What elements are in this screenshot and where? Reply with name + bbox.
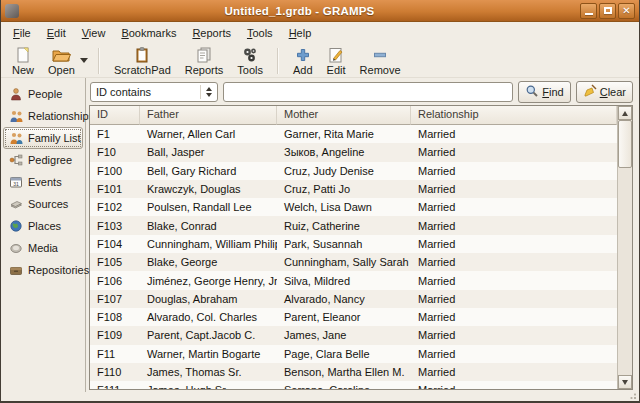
table-row[interactable]: F102 Poulsen, Randall Lee Welch, Lisa Da… — [90, 198, 617, 216]
table-row[interactable]: F105 Blake, George Cunningham, Sally Sar… — [90, 253, 617, 271]
cell-mother: Benson, Martha Ellen M. — [277, 366, 411, 378]
column-header-id[interactable]: ID — [90, 106, 140, 125]
broom-icon — [583, 84, 597, 100]
add-button[interactable]: Add — [286, 45, 320, 77]
cell-mother: James, Jane — [277, 329, 411, 341]
filter-search-input[interactable] — [223, 82, 513, 102]
pedigree-tree-icon — [9, 153, 24, 167]
table-row[interactable]: F104 Cunningham, William Philip Park, Su… — [90, 235, 617, 253]
scrollbar-trough[interactable] — [618, 168, 632, 375]
sidebar-item-pedigree[interactable]: Pedigree — [3, 149, 83, 171]
open-folder-icon — [51, 46, 71, 64]
column-header-relationship[interactable]: Relationship — [411, 106, 617, 125]
column-header-mother[interactable]: Mother — [277, 106, 411, 125]
cell-relationship: Married — [411, 293, 617, 305]
sidebar-item-label: Repositories — [28, 264, 89, 276]
tools-button[interactable]: Tools — [230, 45, 270, 77]
cell-id: F109 — [90, 329, 140, 341]
scrollbar-thumb[interactable] — [618, 120, 632, 168]
menu-bookmarks[interactable]: Bookmarks — [113, 24, 184, 42]
reports-button[interactable]: Reports — [178, 45, 231, 77]
archive-box-icon — [9, 263, 24, 277]
cell-id: F105 — [90, 256, 140, 268]
menu-reports[interactable]: Reports — [184, 24, 239, 42]
sidebar-item-relationships[interactable]: Relationships — [3, 105, 83, 127]
table-row[interactable]: F10 Ball, Jasper Зыков, Angeline Married — [90, 143, 617, 161]
table-row[interactable]: F106 Jiménez, George Henry, Jr. Silva, M… — [90, 271, 617, 289]
open-dropdown-button[interactable] — [78, 46, 91, 76]
scroll-down-button[interactable] — [618, 375, 632, 389]
sidebar-item-events[interactable]: 31 Events — [3, 171, 83, 193]
sidebar-item-sources[interactable]: Sources — [3, 193, 83, 215]
cell-id: F100 — [90, 165, 140, 177]
remove-button[interactable]: Remove — [353, 45, 408, 77]
new-button[interactable]: New — [5, 45, 41, 77]
scroll-up-button[interactable] — [618, 106, 632, 120]
toolbar-label: Open — [48, 64, 75, 76]
find-button[interactable]: Find — [518, 81, 570, 103]
table-row[interactable]: F108 Alvarado, Col. Charles Parent, Elea… — [90, 308, 617, 326]
column-header-father[interactable]: Father — [140, 106, 277, 125]
new-document-icon — [14, 46, 32, 64]
cell-mother: Silva, Mildred — [277, 275, 411, 287]
menu-help[interactable]: Help — [281, 24, 320, 42]
table-row[interactable]: F103 Blake, Conrad Ruiz, Catherine Marri… — [90, 216, 617, 234]
edit-button[interactable]: Edit — [320, 45, 353, 77]
table-row[interactable]: F1 Warner, Allen Carl Garner, Rita Marie… — [90, 125, 617, 143]
filter-field-select[interactable]: ID contains — [90, 82, 218, 102]
maximize-button[interactable] — [599, 3, 616, 19]
sidebar-item-people[interactable]: People — [3, 83, 83, 105]
table-row[interactable]: F110 James, Thomas Sr. Benson, Martha El… — [90, 363, 617, 381]
table-body: F1 Warner, Allen Carl Garner, Rita Marie… — [90, 125, 617, 389]
menu-view[interactable]: View — [74, 24, 114, 42]
cell-id: F106 — [90, 275, 140, 287]
minus-icon — [372, 46, 388, 64]
chevron-down-icon — [80, 58, 88, 63]
vertical-scrollbar[interactable] — [617, 106, 632, 389]
menu-tools[interactable]: Tools — [239, 24, 281, 42]
table-header: ID Father Mother Relationship — [90, 106, 617, 125]
statusbar — [1, 392, 639, 401]
cell-id: F11 — [90, 348, 140, 360]
scratchpad-button[interactable]: ScratchPad — [107, 45, 178, 77]
clear-button[interactable]: Clear — [576, 81, 633, 103]
cell-father: Blake, George — [140, 256, 277, 268]
resize-grip-icon[interactable] — [627, 393, 636, 400]
table-row[interactable]: F100 Bell, Gary Richard Cruz, Judy Denis… — [90, 162, 617, 180]
open-button[interactable]: Open — [41, 45, 82, 77]
cell-id: F103 — [90, 220, 140, 232]
cell-id: F10 — [90, 146, 140, 158]
table-row[interactable]: F109 Parent, Capt.Jacob C. James, Jane M… — [90, 326, 617, 344]
magnifier-icon — [525, 84, 539, 100]
sidebar-item-label: Media — [28, 242, 58, 254]
sidebar-item-label: Places — [28, 220, 61, 232]
close-button[interactable]: ✕ — [618, 3, 635, 19]
table-row[interactable]: F107 Douglas, Abraham Alvarado, Nancy Ma… — [90, 290, 617, 308]
cell-mother: Cruz, Judy Denise — [277, 165, 411, 177]
calendar-icon: 31 — [9, 175, 24, 189]
minimize-button[interactable] — [580, 3, 597, 19]
window-controls: ✕ — [580, 3, 635, 19]
find-label: Find — [542, 86, 563, 98]
table-row[interactable]: F111 James, Hugh Sr. Serrano, Caroline M… — [90, 381, 617, 389]
cell-father: Ball, Jasper — [140, 146, 277, 158]
arrow-down-icon — [622, 380, 628, 385]
sidebar-item-places[interactable]: Places — [3, 215, 83, 237]
spinner-arrows-icon — [200, 85, 217, 99]
sidebar: People Relationships Family List Pedigre… — [1, 78, 86, 392]
sidebar-item-repositories[interactable]: Repositories — [3, 259, 83, 281]
arrow-up-icon — [622, 111, 628, 116]
menubar: File Edit View Bookmarks Reports Tools H… — [1, 22, 639, 44]
sidebar-item-media[interactable]: Media — [3, 237, 83, 259]
table-row[interactable]: F11 Warner, Martin Bogarte Page, Clara B… — [90, 345, 617, 363]
gears-icon — [241, 46, 259, 64]
menu-edit[interactable]: Edit — [39, 24, 74, 42]
menu-file[interactable]: File — [5, 24, 39, 42]
family-icon — [9, 131, 24, 145]
cell-id: F101 — [90, 183, 140, 195]
sidebar-item-family-list[interactable]: Family List — [3, 127, 83, 149]
table-row[interactable]: F101 Krawczyk, Douglas Cruz, Patti Jo Ma… — [90, 180, 617, 198]
toolbar-separator — [98, 48, 100, 74]
titlebar: Untitled_1.grdb - GRAMPS ✕ — [1, 0, 639, 22]
cell-father: James, Hugh Sr. — [140, 384, 277, 389]
